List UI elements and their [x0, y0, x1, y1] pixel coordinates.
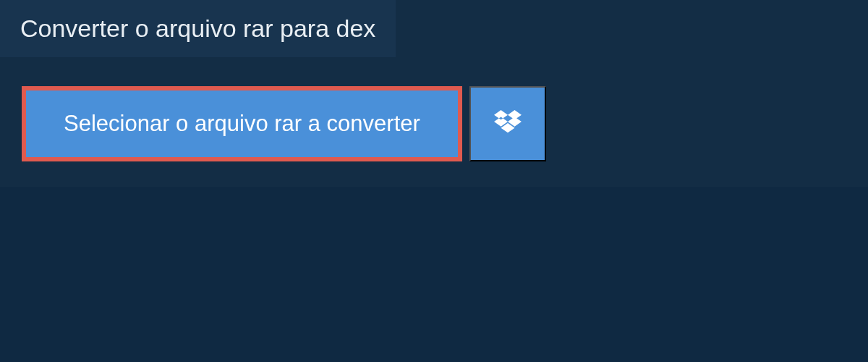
title-bar: Converter o arquivo rar para dex	[0, 0, 396, 57]
converter-panel: Converter o arquivo rar para dex Selecio…	[0, 0, 868, 187]
dropbox-button[interactable]	[469, 86, 546, 161]
select-file-label: Selecionar o arquivo rar a converter	[64, 111, 420, 137]
page-title: Converter o arquivo rar para dex	[20, 14, 375, 43]
select-file-button[interactable]: Selecionar o arquivo rar a converter	[22, 86, 462, 161]
action-buttons-row: Selecionar o arquivo rar a converter	[22, 86, 868, 161]
dropbox-icon	[494, 110, 522, 138]
